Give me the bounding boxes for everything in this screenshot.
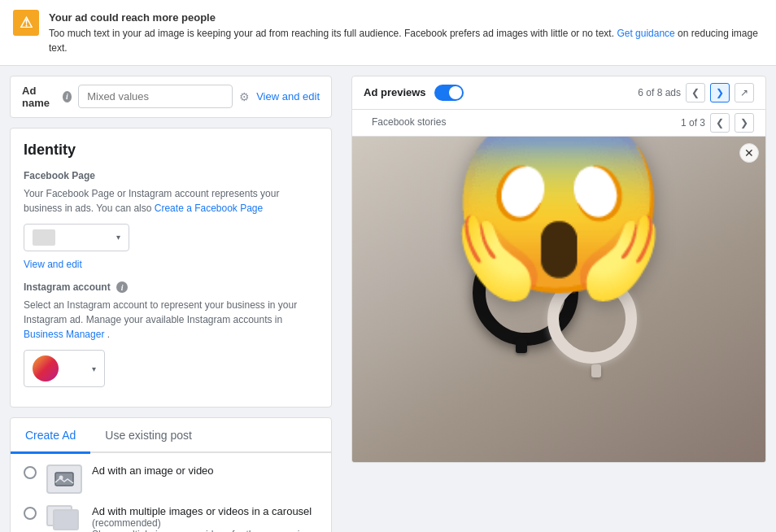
warning-body: Too much text in your ad image is keepin…: [49, 28, 614, 39]
create-facebook-page-link[interactable]: Create a Facebook Page: [155, 203, 263, 214]
ad-type-label-carousel: Ad with multiple images or videos in a c…: [92, 505, 318, 532]
dark-pendant: [516, 338, 527, 353]
placement-tab-stories[interactable]: Facebook stories: [364, 110, 454, 136]
ad-previews-bar: Ad previews 6 of 8 ads ❮ ❯ ↗: [351, 76, 766, 110]
ad-previews-toggle[interactable]: [434, 85, 464, 101]
ad-name-label: Ad name i: [22, 85, 72, 109]
left-panel: Ad name i ⚙ View and edit Identity Faceb…: [0, 66, 342, 533]
ad-type-row-image: Ad with an image or video: [24, 464, 318, 494]
image-icon: [54, 472, 74, 486]
preview-area: 😱 ✕: [351, 137, 766, 463]
instagram-info-icon[interactable]: i: [116, 281, 128, 293]
placement-prev-btn[interactable]: ❮: [710, 113, 730, 133]
placement-next-btn[interactable]: ❯: [735, 113, 754, 133]
warning-banner: ⚠ Your ad could reach more people Too mu…: [0, 0, 776, 66]
gear-icon[interactable]: ⚙: [239, 90, 250, 103]
preview-prev-btn[interactable]: ❮: [686, 83, 705, 102]
tab-use-existing[interactable]: Use existing post: [90, 419, 207, 454]
warning-link[interactable]: Get guidance: [617, 28, 674, 39]
radio-carousel[interactable]: [24, 507, 37, 520]
tab-create-ad[interactable]: Create Ad: [11, 419, 90, 454]
ad-name-info-icon[interactable]: i: [63, 91, 72, 102]
fb-view-edit-link[interactable]: View and edit: [24, 259, 82, 270]
right-panel: Ad previews 6 of 8 ads ❮ ❯ ↗ Facebook st…: [342, 66, 776, 533]
view-edit-link[interactable]: View and edit: [256, 90, 320, 102]
bracelet-background: [352, 137, 765, 462]
warning-title: Your ad could reach more people: [49, 11, 216, 24]
ad-type-row-carousel: Ad with multiple images or videos in a c…: [24, 505, 318, 532]
identity-title: Identity: [24, 142, 318, 159]
instagram-label: Instagram account i: [24, 281, 318, 294]
light-pendant: [591, 364, 601, 377]
light-bracelet: [547, 274, 637, 364]
facebook-page-dropdown-row: ▾: [24, 224, 318, 251]
tab-content: Ad with an image or video Ad with multip…: [11, 453, 331, 532]
business-manager-link[interactable]: Business Manager: [24, 329, 104, 340]
placement-counter: 1 of 3 ❮ ❯: [681, 113, 754, 133]
ad-type-label-image: Ad with an image or video: [92, 464, 214, 477]
warning-icon: ⚠: [20, 14, 33, 32]
instagram-dropdown[interactable]: ▾: [24, 350, 105, 387]
dropdown-chevron: ▾: [116, 233, 120, 242]
ad-name-bar: Ad name i ⚙ View and edit: [10, 76, 332, 118]
external-link-btn[interactable]: ↗: [735, 83, 754, 102]
instagram-thumb: [33, 355, 59, 382]
facebook-page-label: Facebook Page: [24, 170, 318, 181]
create-ad-tabs: Create Ad Use existing post Ad w: [10, 417, 332, 532]
ad-name-input[interactable]: [78, 85, 233, 108]
facebook-page-desc: Your Facebook Page or Instagram account …: [24, 186, 318, 216]
preview-next-btn[interactable]: ❯: [710, 83, 730, 102]
insta-dropdown-chevron: ▾: [92, 364, 96, 373]
radio-image-video[interactable]: [24, 466, 37, 479]
svg-rect-0: [55, 473, 73, 486]
placement-tabs: Facebook stories 1 of 3 ❮ ❯: [351, 110, 766, 137]
identity-section: Identity Facebook Page Your Facebook Pag…: [10, 128, 332, 408]
preview-close-btn[interactable]: ✕: [739, 143, 759, 163]
preview-counter: 6 of 8 ads ❮ ❯ ↗: [638, 83, 754, 102]
facebook-page-dropdown[interactable]: ▾: [24, 224, 129, 251]
tabs-header: Create Ad Use existing post: [11, 418, 331, 453]
image-video-icon-box: [46, 464, 82, 494]
warning-icon-box: ⚠: [13, 10, 39, 36]
page-thumb: [33, 229, 55, 246]
ad-previews-label: Ad previews: [364, 86, 426, 98]
carousel-icon-box: [46, 505, 82, 532]
toggle-knob: [449, 86, 462, 99]
main-layout: Ad name i ⚙ View and edit Identity Faceb…: [0, 66, 776, 533]
warning-text: Your ad could reach more people Too much…: [49, 10, 763, 55]
instagram-dropdown-row: ▾: [24, 350, 318, 387]
carousel-card-2: [53, 509, 79, 530]
instagram-desc: Select an Instagram account to represent…: [24, 298, 318, 342]
